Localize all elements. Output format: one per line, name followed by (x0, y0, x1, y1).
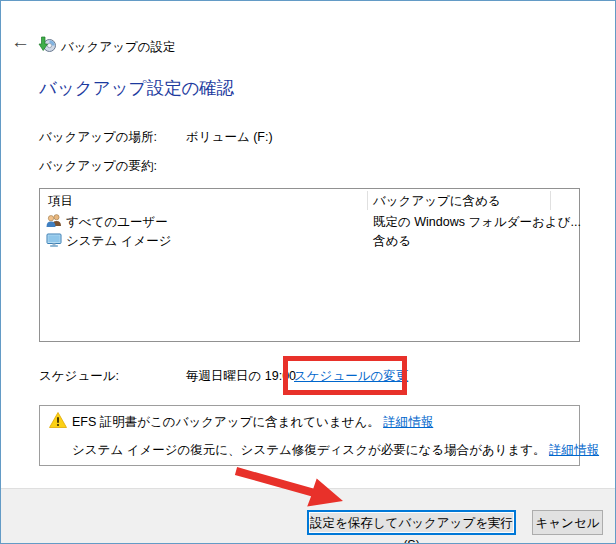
schedule-value: 毎週日曜日の 19:00 (186, 368, 296, 385)
efs-details-link[interactable]: 詳細情報 (383, 415, 433, 429)
backup-summary-table: 項目 バックアップに含める すべてのユーザー 既定の Windows フォルダー… (39, 188, 580, 342)
window-title: バックアップの設定 (61, 39, 176, 56)
backup-settings-window: ← バックアップの設定 バックアップ設定の確認 バックアップの場所: ボリューム… (0, 0, 616, 544)
column-divider[interactable] (367, 191, 368, 210)
table-row[interactable]: システム イメージ 含める (40, 231, 579, 250)
change-schedule-link[interactable]: スケジュールの変更 (294, 368, 408, 385)
backup-location-value: ボリューム (F:) (186, 129, 273, 146)
row-item-label: システム イメージ (66, 233, 172, 250)
column-header-item[interactable]: 項目 (48, 193, 73, 210)
cancel-button[interactable]: キャンセル (532, 510, 603, 535)
backup-location-label: バックアップの場所: (39, 129, 157, 146)
repair-disc-details-link[interactable]: 詳細情報 (549, 443, 599, 457)
save-and-run-backup-button[interactable]: 設定を保存してバックアップを実行(S) (307, 510, 516, 535)
warning-efs-text: EFS 証明書がこのバックアップに含まれていません。 詳細情報 (72, 414, 433, 431)
backup-summary-label: バックアップの要約: (39, 158, 157, 175)
warning-text: EFS 証明書がこのバックアップに含まれていません。 (72, 415, 380, 429)
row-include-value: 既定の Windows フォルダーおよび... (373, 214, 581, 231)
warning-box: EFS 証明書がこのバックアップに含まれていません。 詳細情報 システム イメー… (39, 405, 580, 466)
column-divider[interactable] (550, 191, 551, 210)
warning-text: システム イメージの復元に、システム修復ディスクが必要になる場合があります。 (72, 443, 546, 457)
warning-triangle-icon (49, 412, 67, 428)
back-button[interactable]: ← (11, 32, 30, 51)
table-row[interactable]: すべてのユーザー 既定の Windows フォルダーおよび... (40, 212, 579, 231)
row-item-label: すべてのユーザー (66, 214, 168, 231)
row-include-value: 含める (373, 233, 411, 250)
table-header: 項目 バックアップに含める (40, 189, 579, 212)
warning-repair-disc-text: システム イメージの復元に、システム修復ディスクが必要になる場合があります。 詳… (72, 442, 599, 459)
schedule-label: スケジュール: (39, 368, 119, 385)
backup-icon (38, 36, 56, 54)
monitor-icon (46, 232, 62, 248)
users-icon (46, 213, 62, 229)
page-title: バックアップ設定の確認 (39, 76, 234, 100)
column-header-include[interactable]: バックアップに含める (373, 193, 501, 210)
